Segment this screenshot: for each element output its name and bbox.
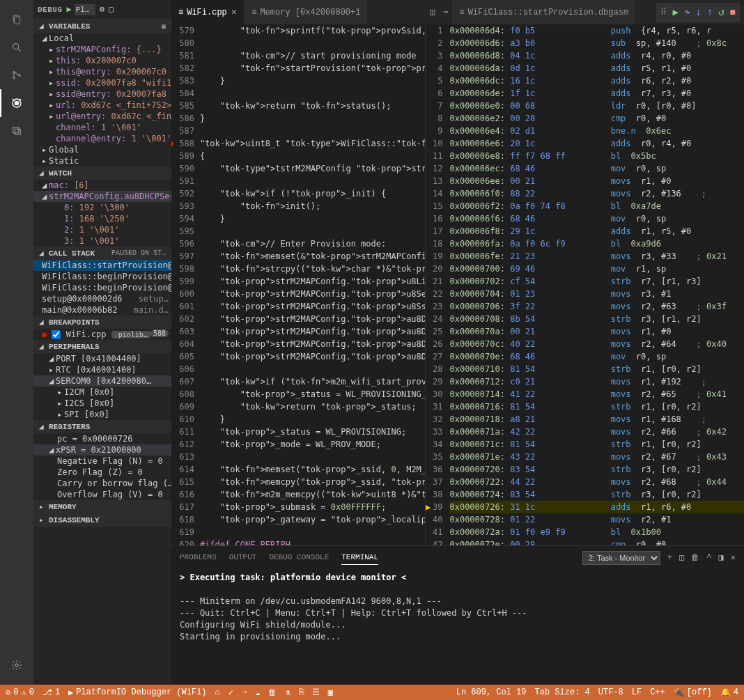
maximize-icon[interactable]: ^: [706, 553, 711, 563]
code-editor[interactable]: 5795805815825835845855865875885895905915…: [171, 24, 426, 545]
peripheral-row[interactable]: ▸RTC [0x40001400]: [33, 364, 171, 375]
status-errors[interactable]: ⊘ 0 ⚠ 0: [6, 687, 34, 698]
stackframe-row[interactable]: WiFiClass::beginProvision@: [33, 282, 171, 293]
debug-settings-icon[interactable]: ⚙: [100, 4, 104, 15]
variable-row[interactable]: ▸ssid@entry: 0x20007fa8 …: [33, 88, 171, 100]
scope-row[interactable]: ◢Local: [33, 33, 171, 44]
peripheral-row[interactable]: ◢PORT [0x41004400]: [33, 353, 171, 364]
watch-header[interactable]: ◢WATCH: [33, 166, 171, 180]
step-out-icon[interactable]: ↑: [707, 7, 713, 18]
registers-header[interactable]: ◢REGISTERS: [33, 420, 171, 433]
debug-icon[interactable]: [0, 89, 33, 117]
disassembly-header[interactable]: ▸DISASSEMBLY: [33, 513, 171, 527]
notifications[interactable]: 🔔 4: [720, 687, 738, 698]
debug-console-icon[interactable]: ▢: [109, 4, 114, 15]
watch-row[interactable]: 3: 1 '\001': [33, 235, 171, 247]
editor-tab[interactable]: ≡Memory [0x42000800+1: [245, 0, 368, 24]
variables-header[interactable]: ◢VARIABLES▣: [33, 20, 171, 33]
terminal-selector[interactable]: 2: Task - Monitor: [582, 551, 660, 565]
new-terminal-icon[interactable]: +: [667, 553, 672, 563]
scope-row[interactable]: ▸Static: [33, 155, 171, 166]
panel-tab[interactable]: OUTPUT: [229, 550, 257, 565]
collapse-icon[interactable]: ▣: [162, 22, 166, 31]
register-row[interactable]: Carry or borrow flag (…: [33, 478, 171, 489]
register-row[interactable]: ◢xPSR = 0x21000000: [33, 444, 171, 456]
panel-tab[interactable]: PROBLEMS: [180, 550, 217, 565]
register-row[interactable]: Zero Flag (Z) = 0: [33, 467, 171, 478]
restart-icon[interactable]: ↺: [718, 6, 724, 18]
clean-icon[interactable]: ☁: [255, 687, 260, 698]
disassembly-editor[interactable]: 1234567891011121314151617181920212223242…: [426, 24, 744, 545]
watch-row[interactable]: ◢strM2MAPConfig.au8DHCPSer…: [33, 191, 171, 202]
debug-config-select[interactable]: Pl…: [75, 4, 95, 15]
home-icon[interactable]: ⌂: [215, 687, 220, 697]
scm-icon[interactable]: [0, 61, 33, 89]
peripheral-row[interactable]: ▸I2CS [0x0]: [33, 398, 171, 409]
watch-row[interactable]: 1: 168 '\250': [33, 213, 171, 224]
status-git[interactable]: ⎇ 1: [42, 687, 60, 698]
peripheral-row[interactable]: ▸I2CM [0x0]: [33, 387, 171, 398]
register-row[interactable]: Overflow Flag (V) = 0: [33, 489, 171, 500]
stackframe-row[interactable]: main@0x00006b82main.d…: [33, 304, 171, 316]
watch-row[interactable]: 0: 192 '\300': [33, 202, 171, 213]
variable-row[interactable]: channel: 1 '\001': [33, 122, 171, 133]
kill-terminal-icon[interactable]: 🗑: [691, 552, 699, 563]
build-icon[interactable]: ✓: [228, 687, 233, 698]
port[interactable]: 🔌 [off]: [674, 687, 712, 698]
scope-row[interactable]: ▸Global: [33, 144, 171, 155]
more-icon[interactable]: ⋯: [439, 0, 452, 24]
close-tab-icon[interactable]: ×: [231, 7, 237, 18]
term-icon[interactable]: ▣: [328, 687, 333, 698]
watch-row[interactable]: 2: 1 '\001': [33, 224, 171, 235]
panel-tab[interactable]: TERMINAL: [341, 550, 378, 565]
platformio-icon[interactable]: [0, 117, 33, 145]
split-icon[interactable]: ◫: [426, 0, 439, 24]
panel-tab[interactable]: DEBUG CONSOLE: [269, 550, 329, 565]
variable-row[interactable]: ▸this: 0x200007c0: [33, 55, 171, 66]
eol[interactable]: LF: [632, 687, 642, 698]
step-over-icon[interactable]: ↷: [684, 6, 690, 18]
search-icon[interactable]: [0, 33, 33, 61]
tasks-icon[interactable]: ☰: [312, 687, 320, 698]
start-debug-icon[interactable]: ▶: [67, 4, 72, 15]
peripheral-row[interactable]: ◢SERCOM0 [0x4200080…: [33, 375, 171, 387]
watch-row[interactable]: ◢mac: [6]: [33, 180, 171, 191]
memory-header[interactable]: ▸MEMORY: [33, 500, 171, 513]
stackframe-row[interactable]: setup@0x000002d6setup…: [33, 293, 171, 304]
split-terminal-icon[interactable]: ◫: [679, 552, 684, 563]
register-row[interactable]: Negative Flag (N) = 0: [33, 456, 171, 467]
explorer-icon[interactable]: [0, 6, 33, 33]
variable-row[interactable]: ▸strM2MAPConfig: {...}: [33, 44, 171, 55]
tab-size[interactable]: Tab Size: 4: [535, 687, 590, 698]
peripheral-row[interactable]: ▸SPI [0x0]: [33, 409, 171, 420]
variable-row[interactable]: ▸url: 0xd67c <_fini+752>…: [33, 100, 171, 111]
settings-gear-icon[interactable]: [0, 651, 33, 679]
close-panel-icon[interactable]: ✕: [731, 552, 736, 563]
upload-icon[interactable]: →: [242, 687, 247, 697]
callstack-header[interactable]: ◢CALL STACKPAUSED ON ST…: [33, 247, 171, 260]
grip-icon[interactable]: ⠿: [660, 7, 667, 17]
editor-tab[interactable]: ≡WiFi.cpp×: [171, 0, 245, 24]
variable-row[interactable]: ▸this@entry: 0x200007c0 <…: [33, 66, 171, 77]
variable-row[interactable]: ▸url@entry: 0xd67c <_fin…: [33, 111, 171, 122]
encoding[interactable]: UTF-8: [598, 687, 623, 698]
lang-mode[interactable]: C++: [650, 687, 665, 698]
variable-row[interactable]: channel@entry: 1 '\001': [33, 133, 171, 144]
trash-icon[interactable]: 🗑: [268, 687, 277, 698]
toggle-panel-icon[interactable]: ◨: [719, 552, 724, 563]
register-row[interactable]: pc = 0x00000726: [33, 433, 171, 444]
stackframe-row[interactable]: WiFiClass::startProvision@: [33, 260, 171, 271]
serial-icon[interactable]: ⎘: [299, 687, 304, 697]
breakpoints-header[interactable]: ◢BREAKPOINTS: [33, 316, 171, 329]
step-into-icon[interactable]: ↓: [695, 7, 701, 18]
breakpoint-row[interactable]: ● WiFi.cpp .piolib… 588: [33, 329, 171, 340]
stackframe-row[interactable]: WiFiClass::beginProvision@: [33, 271, 171, 282]
variable-row[interactable]: ▸ssid: 0x20007fa8 "wifi1…: [33, 77, 171, 88]
test-icon[interactable]: ⚗: [285, 687, 290, 698]
cursor-pos[interactable]: Ln 609, Col 19: [456, 687, 527, 698]
terminal-output[interactable]: > Executing task: platformio device moni…: [171, 569, 744, 646]
continue-icon[interactable]: ▶: [672, 6, 678, 18]
status-task[interactable]: ▶ PlatformIO Debugger (WiFi): [68, 687, 206, 698]
peripherals-header[interactable]: ◢PERIPHERALS: [33, 340, 171, 353]
editor-tab[interactable]: ≡WiFiClass::startProvision.dbgasm: [452, 0, 636, 24]
